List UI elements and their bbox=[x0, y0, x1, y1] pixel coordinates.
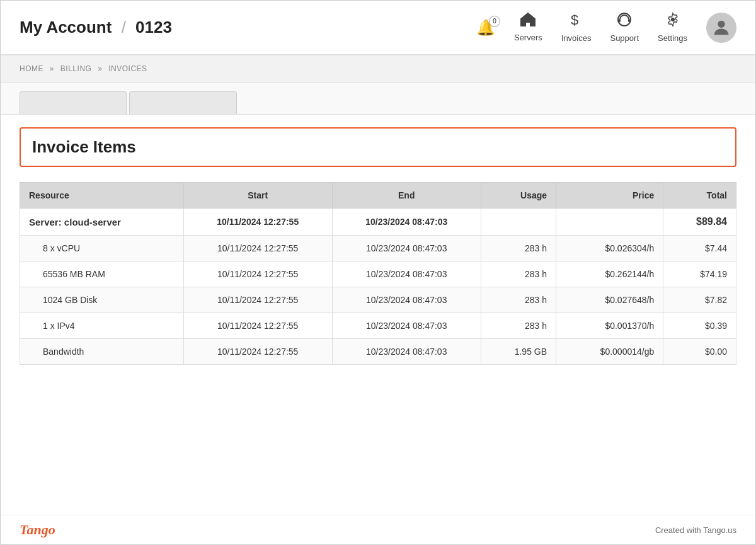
breadcrumb-invoices[interactable]: INVOICES bbox=[108, 64, 147, 73]
header: My Account / 0123 🔔 0 Servers $ bbox=[1, 1, 755, 55]
server-end: 10/23/2024 08:47:03 bbox=[332, 209, 481, 236]
svg-text:$: $ bbox=[571, 12, 578, 27]
servers-icon bbox=[520, 13, 536, 30]
main-content: Invoice Items Resource Start End Usage P… bbox=[1, 115, 755, 403]
bell-badge: 0 bbox=[489, 16, 500, 27]
col-resource: Resource bbox=[20, 183, 184, 209]
invoice-items-title: Invoice Items bbox=[32, 137, 724, 157]
server-start: 10/11/2024 12:27:55 bbox=[183, 209, 332, 236]
breadcrumb-sep-1: » bbox=[50, 64, 57, 73]
support-label: Support bbox=[610, 33, 639, 43]
brand-separator: / bbox=[122, 18, 126, 37]
settings-icon bbox=[665, 12, 680, 31]
col-end: End bbox=[332, 183, 481, 209]
col-price: Price bbox=[556, 183, 663, 209]
server-usage bbox=[481, 209, 556, 236]
table-row: 8 x vCPU10/11/2024 12:27:5510/23/2024 08… bbox=[20, 236, 736, 261]
table-row: 1 x IPv410/11/2024 12:27:5510/23/2024 08… bbox=[20, 313, 736, 339]
nav-servers[interactable]: Servers bbox=[514, 13, 542, 42]
servers-label: Servers bbox=[514, 33, 542, 42]
header-nav: 🔔 0 Servers $ Invoices bbox=[476, 12, 736, 43]
col-start: Start bbox=[183, 183, 332, 209]
nav-settings[interactable]: Settings bbox=[658, 12, 687, 43]
server-resource: Server: cloud-server bbox=[20, 209, 184, 236]
breadcrumb: HOME » BILLING » INVOICES bbox=[1, 55, 755, 83]
col-total: Total bbox=[663, 183, 736, 209]
table-row: 65536 MB RAM10/11/2024 12:27:5510/23/202… bbox=[20, 261, 736, 287]
nav-support[interactable]: Support bbox=[610, 12, 639, 43]
account-number: 0123 bbox=[135, 18, 172, 37]
footer-logo: Tango bbox=[20, 522, 55, 538]
invoice-items-section: Invoice Items bbox=[20, 127, 736, 167]
svg-rect-3 bbox=[628, 19, 630, 22]
svg-point-5 bbox=[718, 20, 724, 27]
invoices-label: Invoices bbox=[561, 33, 592, 43]
table-row: Bandwidth10/11/2024 12:27:5510/23/2024 0… bbox=[20, 339, 736, 365]
col-usage: Usage bbox=[481, 183, 556, 209]
breadcrumb-billing[interactable]: BILLING bbox=[60, 64, 92, 73]
server-total: $89.84 bbox=[663, 209, 736, 236]
footer-credit: Created with Tango.us bbox=[655, 525, 736, 535]
brand: My Account / 0123 bbox=[20, 18, 172, 37]
svg-point-4 bbox=[671, 18, 675, 21]
support-icon bbox=[617, 12, 632, 31]
invoice-table: Resource Start End Usage Price Total Ser… bbox=[20, 182, 736, 365]
tab-2[interactable] bbox=[129, 91, 236, 114]
svg-rect-2 bbox=[619, 19, 621, 22]
server-price bbox=[556, 209, 663, 236]
invoices-icon: $ bbox=[570, 12, 583, 31]
tabs-bar bbox=[1, 83, 755, 115]
account-label: My Account bbox=[20, 18, 112, 37]
notifications-bell[interactable]: 🔔 0 bbox=[476, 19, 495, 37]
table-row-server-parent: Server: cloud-server 10/11/2024 12:27:55… bbox=[20, 209, 736, 236]
breadcrumb-sep-2: » bbox=[98, 64, 105, 73]
breadcrumb-home[interactable]: HOME bbox=[20, 64, 43, 73]
nav-invoices[interactable]: $ Invoices bbox=[561, 12, 592, 43]
tab-1[interactable] bbox=[20, 91, 127, 114]
table-row: 1024 GB Disk10/11/2024 12:27:5510/23/202… bbox=[20, 287, 736, 313]
settings-label: Settings bbox=[658, 33, 687, 43]
footer: Tango Created with Tango.us bbox=[1, 515, 755, 544]
user-avatar[interactable] bbox=[706, 13, 736, 43]
table-header-row: Resource Start End Usage Price Total bbox=[20, 183, 736, 209]
